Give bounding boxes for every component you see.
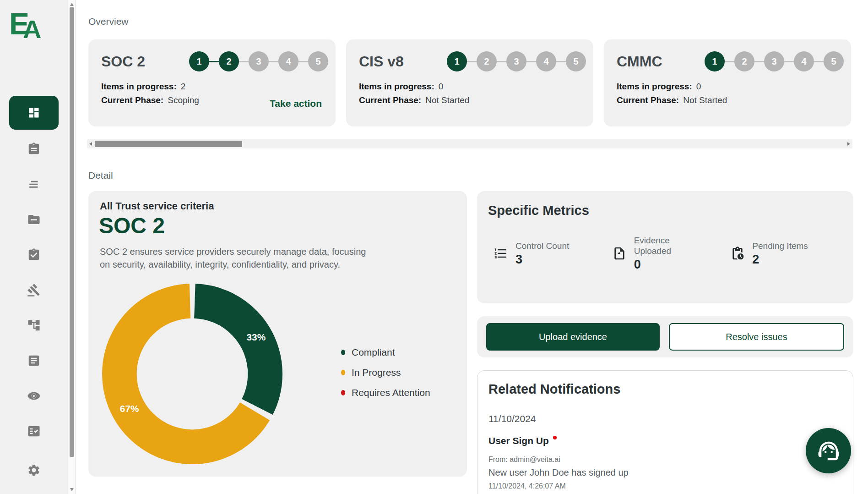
sidebar-item-audit[interactable] bbox=[27, 424, 41, 438]
stepper-step-3: 3 bbox=[506, 51, 526, 71]
stepper-step-2: 2 bbox=[219, 51, 239, 71]
stepper-connector bbox=[239, 61, 249, 62]
current-phase-value: Not Started bbox=[425, 95, 469, 105]
sidebar-item-legal[interactable] bbox=[27, 283, 41, 297]
items-in-progress-value: 2 bbox=[181, 82, 186, 91]
notifications-list: User Sign UpFrom: admin@veita.aiNew user… bbox=[488, 435, 842, 490]
app-root: E A Overview SOC 212345Items in progress… bbox=[0, 0, 868, 494]
notification-message: New user John Doe has signed up bbox=[488, 467, 842, 478]
sidebar-item-settings[interactable] bbox=[27, 463, 41, 477]
take-action-link[interactable]: Take action bbox=[270, 98, 322, 109]
stepper-step-4: 4 bbox=[536, 51, 556, 71]
donut-label-compliant: 33% bbox=[246, 332, 266, 342]
metric-control-count: Control Count3 bbox=[494, 235, 612, 272]
sidebar-item-assessments[interactable] bbox=[27, 142, 41, 156]
metric-value: 3 bbox=[515, 252, 569, 267]
metric-label: Pending Items bbox=[752, 241, 808, 251]
dashboard-icon bbox=[27, 106, 40, 119]
support-agent-icon bbox=[816, 439, 841, 463]
framework-card-cis-v8: CIS v812345Items in progress:0Current Ph… bbox=[346, 39, 593, 126]
notifications-title: Related Notifications bbox=[488, 382, 842, 397]
stepper-step-5: 5 bbox=[308, 51, 328, 71]
framework-info: Items in progress:0Current Phase:Not Sta… bbox=[359, 80, 586, 107]
overview-section-label: Overview bbox=[88, 16, 129, 27]
current-phase-label: Current Phase: bbox=[101, 95, 163, 105]
stepper-connector bbox=[497, 61, 506, 62]
sidebar-scrollbar[interactable] bbox=[68, 0, 76, 494]
metric-value: 2 bbox=[752, 252, 808, 267]
stepper-step-2: 2 bbox=[734, 51, 754, 71]
framework-info: Items in progress:0Current Phase:Not Sta… bbox=[617, 80, 844, 107]
stepper-step-5: 5 bbox=[566, 51, 586, 71]
legend-item-requires-attention: Requires Attention bbox=[341, 387, 430, 398]
stepper-step-1: 1 bbox=[705, 51, 725, 71]
detail-section-label: Detail bbox=[88, 170, 113, 181]
folder-icon bbox=[27, 213, 41, 226]
notification-timestamp: 11/10/2024, 4:26:07 AM bbox=[488, 482, 842, 490]
sidebar-item-structure[interactable] bbox=[27, 318, 41, 332]
sidebar-item-monitoring[interactable] bbox=[27, 389, 41, 403]
brand-logo[interactable]: E A bbox=[9, 10, 41, 41]
upload-evidence-button[interactable]: Upload evidence bbox=[486, 323, 660, 351]
upload-file-icon bbox=[612, 246, 627, 261]
scroll-up-arrow-icon[interactable] bbox=[70, 3, 74, 6]
sidebar-item-files[interactable] bbox=[27, 213, 41, 226]
stepper-connector bbox=[269, 61, 278, 62]
stepper-connector bbox=[784, 61, 794, 62]
resolve-issues-button[interactable]: Resolve issues bbox=[669, 323, 844, 351]
framework-card-cmmc: CMMC12345Items in progress:0Current Phas… bbox=[604, 39, 851, 126]
overview-horizontal-scrollbar[interactable] bbox=[87, 139, 852, 148]
scroll-left-arrow-icon[interactable] bbox=[89, 142, 92, 146]
notification-entry[interactable]: User Sign UpFrom: admin@veita.aiNew user… bbox=[488, 435, 842, 490]
framework-name: CIS v8 bbox=[359, 53, 404, 70]
sidebar-item-dashboard[interactable] bbox=[9, 96, 59, 130]
current-phase-value: Not Started bbox=[683, 95, 727, 105]
framework-card-header: CIS v812345 bbox=[359, 51, 586, 71]
metric-text: Evidence Uploaded0 bbox=[634, 235, 694, 272]
legend-item-in-progress: In Progress bbox=[341, 367, 430, 378]
items-in-progress-row: Items in progress:2 bbox=[101, 80, 328, 93]
sidebar-item-tasks[interactable] bbox=[27, 248, 41, 262]
stepper-step-3: 3 bbox=[249, 51, 269, 71]
legend-label: Compliant bbox=[352, 347, 395, 358]
stepper-connector bbox=[814, 61, 824, 62]
scroll-down-arrow-icon[interactable] bbox=[70, 488, 74, 491]
donut-label-in-progress: 67% bbox=[120, 403, 139, 414]
horizontal-scrollbar-thumb[interactable] bbox=[95, 141, 242, 147]
metric-label: Control Count bbox=[515, 241, 569, 251]
scroll-right-arrow-icon[interactable] bbox=[847, 142, 850, 146]
pending-actions-icon bbox=[730, 246, 745, 261]
metrics-row: Control Count3Evidence Uploaded0Pending … bbox=[494, 235, 849, 272]
fact-check-icon bbox=[27, 424, 41, 438]
sidebar: E A bbox=[0, 0, 68, 494]
detail-description: SOC 2 ensures service providers securely… bbox=[100, 245, 368, 271]
stepper-step-3: 3 bbox=[764, 51, 784, 71]
detail-title: SOC 2 bbox=[99, 213, 165, 238]
legend-item-compliant: Compliant bbox=[341, 347, 430, 358]
metric-text: Pending Items2 bbox=[752, 241, 808, 267]
items-in-progress-value: 0 bbox=[696, 82, 701, 91]
stepper-connector bbox=[556, 61, 566, 62]
stepper-step-5: 5 bbox=[824, 51, 844, 71]
stepper-connector bbox=[526, 61, 536, 62]
sidebar-item-documents[interactable] bbox=[27, 354, 41, 368]
notification-from: From: admin@veita.ai bbox=[488, 456, 842, 464]
phase-stepper: 12345 bbox=[447, 51, 586, 71]
sidebar-item-lists[interactable] bbox=[27, 177, 41, 191]
settings-icon bbox=[27, 463, 41, 477]
legend-label: Requires Attention bbox=[352, 387, 430, 398]
current-phase-label: Current Phase: bbox=[617, 95, 679, 105]
sidebar-scrollbar-thumb[interactable] bbox=[70, 7, 74, 457]
notification-title: User Sign Up bbox=[488, 435, 549, 446]
specific-metrics-card: Specific Metrics Control Count3Evidence … bbox=[477, 191, 853, 303]
stepper-connector bbox=[467, 61, 477, 62]
logo-letter-a: A bbox=[23, 17, 41, 41]
legend-dot-icon bbox=[341, 370, 345, 375]
stepper-connector bbox=[298, 61, 308, 62]
detail-card: All Trust service criteria SOC 2 SOC 2 e… bbox=[88, 191, 467, 477]
support-button[interactable] bbox=[806, 428, 851, 473]
framework-card-header: CMMC12345 bbox=[617, 51, 844, 71]
metric-evidence-uploaded: Evidence Uploaded0 bbox=[612, 235, 731, 272]
metric-label: Evidence Uploaded bbox=[634, 235, 694, 256]
clipboard-icon bbox=[27, 142, 41, 156]
